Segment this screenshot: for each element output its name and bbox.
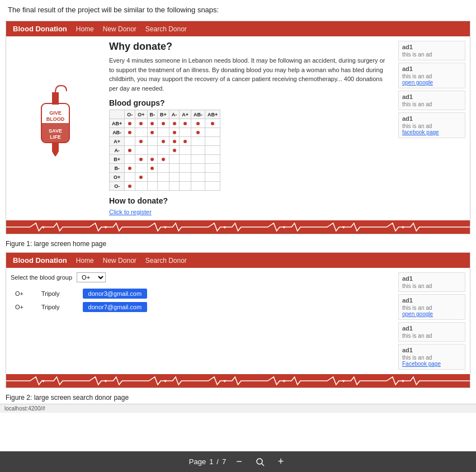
why-donate-text: Every 4 minutes someone in Lebanon needs… — [109, 56, 389, 93]
svg-text:LIFE: LIFE — [50, 134, 61, 140]
zoom-in-button[interactable]: + — [275, 455, 288, 469]
blood-dot — [196, 122, 200, 125]
ad-text: this is an ad — [402, 333, 461, 339]
donor-city: Tripoly — [37, 287, 78, 300]
select-label: Select the blood group — [11, 274, 72, 281]
bg-cell — [180, 164, 191, 173]
donor-row: O+ Tripoly donor7@gmail.com — [11, 300, 190, 314]
bg-cell — [135, 128, 147, 137]
fig1-ads: ad1 this is an ad ad1 this is an ad open… — [398, 41, 465, 216]
bg-cell — [135, 146, 147, 155]
bg-cell — [205, 173, 220, 182]
bg-cell — [205, 119, 220, 128]
fig1-nav-new-donor[interactable]: New Donor — [103, 25, 136, 33]
bg-cell — [147, 173, 158, 182]
fig1-heartbeat-footer: ♥ ♥ ♥ ♥ ♥ ♥ ♥ — [6, 220, 470, 234]
bg-cell — [205, 182, 220, 191]
figure2-container: Blood Donation Home New Donor Search Don… — [6, 252, 470, 388]
ad-text: this is an ad — [402, 51, 461, 58]
blood-dot — [211, 122, 214, 125]
bg-header-o+: O+ — [135, 110, 147, 119]
blood-dot — [128, 185, 131, 188]
fig1-navbar: Blood Donation Home New Donor Search Don… — [6, 21, 470, 36]
zoom-fit-button[interactable] — [252, 456, 268, 468]
heartbeat-svg-2: ♥ ♥ ♥ ♥ ♥ ♥ ♥ — [6, 375, 470, 386]
heartbeat-svg: ♥ ♥ ♥ ♥ ♥ ♥ ♥ — [6, 221, 470, 233]
bg-cell — [180, 119, 191, 128]
blood-group-select[interactable]: O-O+A-A+B-B+AB-AB+ — [77, 272, 106, 282]
bg-cell — [191, 182, 205, 191]
blood-dot — [139, 140, 143, 143]
ad-link[interactable]: open google — [402, 311, 433, 317]
bg-cell — [125, 146, 135, 155]
fig2-nav-new-donor[interactable]: New Donor — [103, 257, 136, 265]
figure2-caption: Figure 2: large screen search donor page — [6, 391, 129, 404]
bg-cell — [147, 164, 158, 173]
bg-row-label: AB- — [110, 128, 125, 137]
bg-cell — [135, 173, 147, 182]
fig1-nav-search-donor[interactable]: Search Donor — [145, 25, 187, 33]
fig2-nav-search-donor[interactable]: Search Donor — [145, 257, 187, 265]
click-register-link[interactable]: Click to register — [109, 209, 152, 215]
fig2-ads: ad1 this is an ad ad1 this is an ad open… — [398, 272, 465, 370]
bg-cell — [205, 155, 220, 164]
svg-text:♥: ♥ — [164, 379, 167, 384]
ad-text: this is an ad — [402, 101, 461, 107]
bg-cell — [147, 128, 158, 137]
bg-cell — [125, 128, 135, 137]
ad-title: ad1 — [402, 275, 461, 282]
ad-text: this is an ad — [402, 73, 461, 79]
bg-cell — [205, 137, 220, 146]
blood-dot — [128, 167, 131, 170]
page-label: Page — [189, 457, 206, 466]
bg-cell — [125, 137, 135, 146]
ad-box: ad1 this is an ad — [398, 322, 465, 342]
how-donate-title: How to donate? — [109, 196, 389, 205]
why-donate-title: Why donate? — [109, 41, 389, 53]
bg-row-label: A- — [110, 146, 125, 155]
page-separator: / — [216, 457, 219, 466]
bg-cell — [205, 128, 220, 137]
pdf-toolbar: Page 1 / 7 − + — [0, 451, 476, 472]
bg-header-label — [110, 110, 125, 119]
blood-dot — [196, 131, 200, 134]
bg-cell — [125, 155, 135, 164]
bg-cell — [180, 173, 191, 182]
donor-email-button[interactable]: donor7@gmail.com — [83, 302, 148, 312]
bg-header-a+: A+ — [180, 110, 191, 119]
bg-cell — [125, 164, 135, 173]
ad-link[interactable]: open google — [402, 79, 433, 86]
donor-email-cell: donor7@gmail.com — [78, 300, 190, 314]
bg-cell — [135, 119, 147, 128]
ad-link[interactable]: facebook page — [402, 129, 439, 135]
donor-email-button[interactable]: donor3@gmail.com — [83, 289, 148, 299]
fig1-body: GIVE BLOOD SAVE LIFE Why donate? Every 4… — [6, 36, 470, 220]
bg-cell — [158, 119, 169, 128]
blood-dot — [162, 122, 165, 125]
zoom-out-button[interactable]: − — [233, 455, 246, 469]
ad-box: ad1 this is an ad — [398, 272, 465, 292]
bg-cell — [169, 155, 180, 164]
svg-text:GIVE: GIVE — [49, 110, 62, 116]
fig1-content: Why donate? Every 4 minutes someone in L… — [105, 41, 394, 216]
blood-dot — [150, 122, 154, 125]
svg-text:♥: ♥ — [402, 379, 404, 384]
bg-cell — [180, 155, 191, 164]
bg-cell — [169, 137, 180, 146]
blood-dot — [173, 149, 176, 152]
svg-text:♥: ♥ — [223, 379, 226, 384]
svg-text:♥: ♥ — [104, 379, 107, 384]
ad-link[interactable]: Facebook page — [402, 361, 441, 367]
svg-text:♥: ♥ — [42, 225, 45, 230]
current-page: 1 — [209, 457, 213, 466]
ad-box: ad1 this is an ad — [398, 91, 465, 110]
fig2-body: Select the blood group O-O+A-A+B-B+AB-AB… — [6, 268, 470, 374]
ad-title: ad1 — [402, 65, 461, 72]
ad-text: this is an ad — [402, 123, 461, 129]
url-text: localhost:4200/# — [4, 405, 45, 412]
fig2-nav-home[interactable]: Home — [76, 257, 94, 265]
bg-header-b+: B+ — [158, 110, 169, 119]
fig2-heartbeat-footer: ♥ ♥ ♥ ♥ ♥ ♥ ♥ — [6, 374, 470, 388]
fig1-nav-home[interactable]: Home — [76, 25, 94, 33]
bg-cell — [135, 137, 147, 146]
